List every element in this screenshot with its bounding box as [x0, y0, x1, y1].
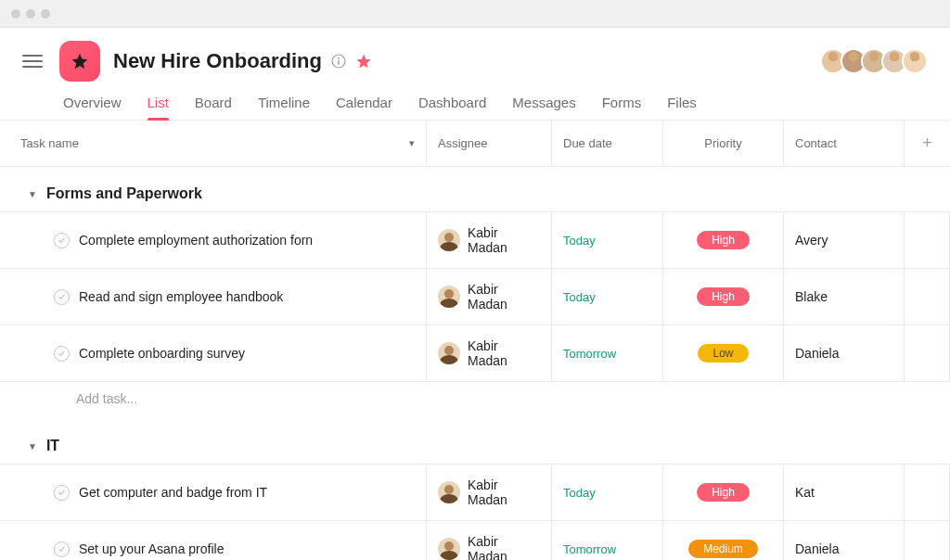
contact-name: Daniela	[795, 541, 839, 556]
task-row[interactable]: Set up your Asana profileKabir MadanTomo…	[0, 520, 950, 560]
project-header: New Hire Onboarding	[0, 28, 950, 82]
window-dot	[11, 9, 20, 19]
column-assignee[interactable]: Assignee	[427, 121, 552, 166]
due-date: Tomorrow	[563, 542, 616, 556]
tab-messages[interactable]: Messages	[512, 95, 575, 120]
priority-pill[interactable]: Low	[698, 344, 748, 363]
window-dot	[41, 9, 50, 19]
window-dot	[26, 9, 35, 19]
task-row[interactable]: Read and sign employee handbookKabir Mad…	[0, 268, 950, 325]
complete-check-icon[interactable]	[54, 289, 70, 305]
section-header[interactable]: ▼IT	[0, 432, 950, 464]
column-label: Due date	[563, 136, 612, 150]
complete-check-icon[interactable]	[54, 541, 70, 557]
member-avatar[interactable]	[902, 48, 928, 74]
assignee-name: Kabir Madan	[468, 225, 540, 255]
project-tabs: OverviewListBoardTimelineCalendarDashboa…	[0, 82, 950, 121]
due-date: Tomorrow	[563, 347, 616, 361]
contact-name: Avery	[795, 233, 828, 248]
priority-pill[interactable]: High	[697, 483, 750, 502]
info-icon[interactable]	[331, 54, 346, 69]
assignee-avatar	[438, 229, 460, 251]
assignee-name: Kabir Madan	[468, 282, 540, 312]
menu-icon[interactable]	[22, 51, 43, 71]
task-row[interactable]: Complete employment authorization fornKa…	[0, 211, 950, 268]
assignee-avatar	[438, 342, 460, 364]
assignee-avatar	[438, 286, 460, 308]
tab-board[interactable]: Board	[195, 95, 232, 120]
svg-point-1	[338, 57, 340, 59]
tab-calendar[interactable]: Calendar	[336, 95, 392, 120]
chevron-down-icon[interactable]: ▾	[409, 137, 415, 149]
due-date: Today	[563, 486, 596, 500]
column-task-name[interactable]: Task name ▾	[0, 121, 427, 166]
add-column-button[interactable]: +	[905, 121, 950, 166]
column-contact[interactable]: Contact	[784, 121, 905, 166]
priority-pill[interactable]: High	[697, 287, 750, 306]
task-title: Read and sign employee handbook	[79, 289, 283, 304]
column-label: Assignee	[438, 136, 487, 150]
column-label: Priority	[704, 136, 741, 150]
column-priority[interactable]: Priority	[663, 121, 784, 166]
complete-check-icon[interactable]	[54, 233, 70, 248]
task-title: Set up your Asana profile	[79, 541, 224, 556]
caret-down-icon: ▼	[28, 189, 37, 199]
task-title: Complete employment authorization forn	[79, 233, 313, 248]
complete-check-icon[interactable]	[54, 346, 70, 362]
contact-name: Daniela	[795, 346, 839, 361]
priority-pill[interactable]: High	[697, 231, 750, 249]
task-row[interactable]: Get computer and badge from ITKabir Mada…	[0, 464, 950, 520]
tab-files[interactable]: Files	[667, 95, 697, 120]
task-title: Complete onboarding survey	[79, 346, 245, 361]
section-title: Forms and Paperwork	[46, 185, 202, 202]
task-row[interactable]: Complete onboarding surveyKabir MadanTom…	[0, 325, 950, 381]
svg-rect-2	[338, 60, 339, 65]
due-date: Today	[563, 290, 596, 304]
assignee-avatar	[438, 538, 460, 560]
due-date: Today	[563, 234, 596, 248]
tab-list[interactable]: List	[148, 95, 169, 120]
tab-timeline[interactable]: Timeline	[258, 95, 310, 120]
tab-forms[interactable]: Forms	[602, 95, 642, 120]
column-due-date[interactable]: Due date	[552, 121, 663, 166]
section-header[interactable]: ▼Forms and Paperwork	[0, 180, 950, 211]
column-headers: Task name ▾ Assignee Due date Priority C…	[0, 121, 950, 167]
caret-down-icon: ▼	[28, 441, 37, 452]
assignee-name: Kabir Madan	[468, 477, 540, 507]
tab-dashboard[interactable]: Dashboard	[418, 95, 486, 120]
browser-chrome	[0, 0, 950, 28]
section-title: IT	[46, 438, 59, 454]
priority-pill[interactable]: Medium	[688, 540, 758, 558]
add-task-button[interactable]: Add task...	[0, 381, 950, 419]
complete-check-icon[interactable]	[54, 485, 70, 501]
column-label: Contact	[795, 136, 837, 150]
assignee-name: Kabir Madan	[468, 338, 540, 368]
favorite-star-icon[interactable]	[355, 53, 372, 70]
column-label: Task name	[20, 136, 79, 150]
assignee-name: Kabir Madan	[468, 534, 540, 560]
project-title[interactable]: New Hire Onboarding	[113, 49, 322, 73]
assignee-avatar	[438, 481, 460, 503]
star-project-icon	[71, 52, 89, 70]
contact-name: Blake	[795, 289, 828, 304]
contact-name: Kat	[795, 485, 815, 500]
project-icon[interactable]	[59, 41, 100, 82]
member-avatars[interactable]	[826, 48, 928, 74]
plus-icon: +	[922, 134, 932, 153]
task-title: Get computer and badge from IT	[79, 485, 267, 500]
tab-overview[interactable]: Overview	[63, 95, 122, 120]
